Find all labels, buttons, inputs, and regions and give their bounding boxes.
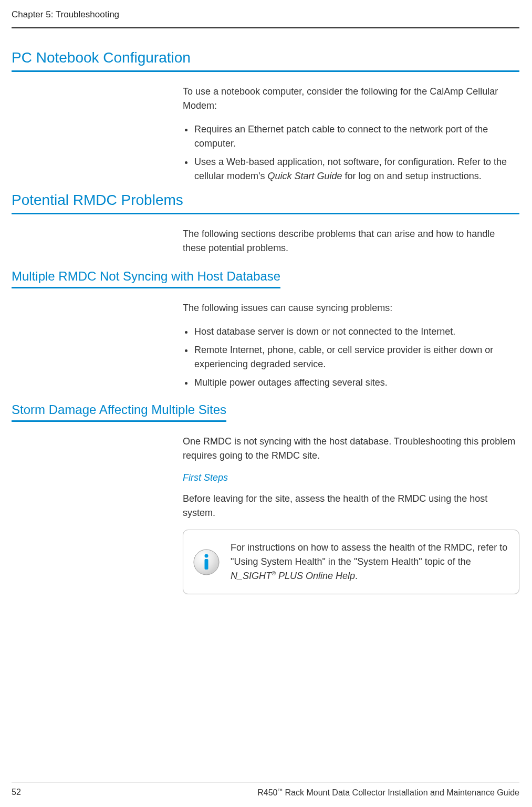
section-heading-potential-rmdc: Potential RMDC Problems <box>12 192 519 214</box>
page-number: 52 <box>12 788 21 798</box>
svg-point-1 <box>205 554 208 557</box>
paragraph: One RMDC is not syncing with the host da… <box>183 434 519 463</box>
page-footer: 52 R450™ Rack Mount Data Collector Insta… <box>12 782 519 807</box>
info-text: For instructions on how to assess the he… <box>231 541 509 583</box>
paragraph: The following sections describe problems… <box>183 227 519 255</box>
list-item: Requires an Ethernet patch cable to conn… <box>183 122 519 151</box>
list-item: Host database server is down or not conn… <box>183 325 519 339</box>
sub-subhead-first-steps: First Steps <box>183 472 519 483</box>
list-item: Multiple power outages affecting several… <box>183 376 519 390</box>
svg-rect-2 <box>205 559 208 570</box>
list-item: Uses a Web-based application, not softwa… <box>183 155 519 183</box>
subsection-heading-storm-damage: Storm Damage Affecting Multiple Sites <box>12 402 226 422</box>
chapter-header: Chapter 5: Troubleshooting <box>12 9 519 28</box>
paragraph: Before leaving for the site, assess the … <box>183 492 519 520</box>
section-heading-pc-notebook: PC Notebook Configuration <box>12 49 519 72</box>
info-callout: For instructions on how to assess the he… <box>183 530 519 594</box>
bullet-list: Requires an Ethernet patch cable to conn… <box>183 122 519 183</box>
doc-title: R450™ Rack Mount Data Collector Installa… <box>257 788 519 798</box>
paragraph: The following issues can cause syncing p… <box>183 301 519 315</box>
list-item: Remote Internet, phone, cable, or cell s… <box>183 343 519 371</box>
info-icon <box>193 549 220 576</box>
subsection-heading-multiple-rmdc: Multiple RMDC Not Syncing with Host Data… <box>12 269 280 288</box>
page-content: PC Notebook Configuration To use a noteb… <box>12 28 519 782</box>
bullet-list: Host database server is down or not conn… <box>183 325 519 390</box>
paragraph: To use a notebook computer, consider the… <box>183 85 519 113</box>
